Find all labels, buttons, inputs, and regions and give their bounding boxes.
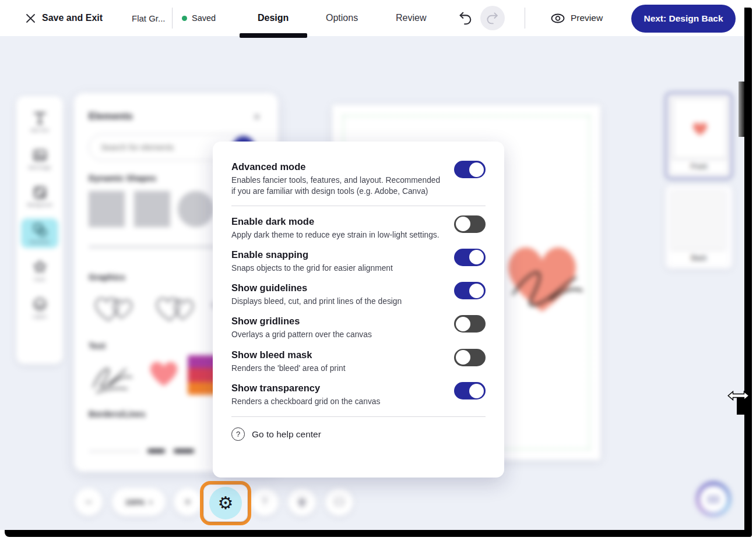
toggle-advanced-mode[interactable] <box>454 161 486 178</box>
left-toolbar: Add Text Add Image Background Elements I… <box>16 96 63 364</box>
setting-title: Enable dark mode <box>231 215 439 228</box>
sidebar-label: Icons <box>34 277 45 282</box>
saved-label: Saved <box>192 13 216 23</box>
thumbnail-heart-icon <box>691 121 709 137</box>
elements-panel-close-icon[interactable]: ✕ <box>253 112 261 122</box>
save-and-exit-button[interactable]: Save and Exit <box>42 0 103 36</box>
setting-description: Enables fancier tools, features, and lay… <box>231 175 441 197</box>
text-heart-graphic[interactable] <box>147 358 181 388</box>
setting-row-guidelines: Show guidelines Displays bleed, cut, and… <box>231 281 486 307</box>
toggle-snapping[interactable] <box>454 249 486 266</box>
setting-title: Show guidelines <box>231 281 402 294</box>
graphic-double-heart[interactable] <box>89 290 142 326</box>
sidebar-label: Add Image <box>29 165 51 170</box>
question-circle-icon: ? <box>231 427 245 441</box>
border-line-sample[interactable] <box>174 449 194 453</box>
sidebar-label: Elements <box>30 239 49 245</box>
color-dropper-button[interactable] <box>288 488 316 516</box>
settings-button[interactable]: ⚙ <box>204 485 247 521</box>
zoom-in-button[interactable]: + <box>174 488 202 516</box>
page-thumbnail-front[interactable]: Front <box>665 92 733 179</box>
text-script-graphic[interactable] <box>89 355 138 396</box>
preview-button[interactable]: Preview <box>550 0 603 36</box>
chat-widget-button[interactable] <box>695 481 732 517</box>
setting-description: Apply dark theme to reduce eye strain in… <box>231 229 439 241</box>
go-to-help-center-link[interactable]: ? Go to help center <box>231 427 486 441</box>
setting-title: Show transparency <box>231 381 380 394</box>
setting-title: Show gridlines <box>231 314 372 327</box>
settings-highlight-ring: ⚙ <box>200 481 251 525</box>
toggle-dark-mode[interactable] <box>454 215 486 233</box>
droplet-icon <box>296 496 308 508</box>
toggle-bleed-mask[interactable] <box>454 349 486 366</box>
settings-popover: Advanced mode Enables fancier tools, fea… <box>213 142 504 478</box>
layers-icon <box>32 296 48 312</box>
save-status: Saved <box>182 0 216 36</box>
header-divider <box>172 8 173 29</box>
popover-divider <box>231 416 486 417</box>
background-icon <box>32 185 48 200</box>
undo-button[interactable] <box>456 0 474 36</box>
setting-row-transparency: Show transparency Renders a checkboard g… <box>231 381 486 407</box>
zoom-level-value: 100% <box>125 498 145 507</box>
setting-description: Overlays a grid pattern over the canvas <box>231 329 372 340</box>
star-icon <box>32 259 48 275</box>
sidebar-label: Add Text <box>31 128 49 133</box>
header-divider-2 <box>525 8 525 29</box>
toggle-transparency[interactable] <box>454 382 486 399</box>
section-borders-lines: Borders/Lines <box>89 409 146 419</box>
sidebar-item-add-text[interactable]: Add Text <box>21 107 58 136</box>
shape-square[interactable] <box>89 191 125 227</box>
tab-design[interactable]: Design <box>258 0 289 36</box>
top-bar: Save and Exit Flat Gr... Saved Design Op… <box>0 0 756 36</box>
setting-row-dark-mode: Enable dark mode Apply dark theme to red… <box>231 215 486 241</box>
window-frame-bottom <box>5 530 752 537</box>
zoom-out-button[interactable]: − <box>75 488 103 516</box>
close-icon <box>26 13 36 23</box>
canvas-heart-design <box>495 224 589 332</box>
workspace: Add Text Add Image Background Elements I… <box>0 36 744 530</box>
chevron-down-icon: ▾ <box>149 499 152 505</box>
tab-review[interactable]: Review <box>396 0 426 36</box>
add-text-icon <box>32 110 48 126</box>
resize-cursor-icon <box>727 390 750 401</box>
active-tab-underline <box>240 33 307 38</box>
help-link-label: Go to help center <box>252 429 321 440</box>
section-text: Text <box>89 341 106 351</box>
settings-button-background: ⚙ <box>209 487 242 519</box>
shape-circle[interactable] <box>178 191 214 227</box>
toggle-gridlines[interactable] <box>454 315 486 333</box>
shape-square[interactable] <box>134 191 170 227</box>
close-button[interactable] <box>22 0 38 36</box>
sidebar-item-icons[interactable]: Icons <box>21 256 58 285</box>
elements-panel-title: Elements <box>89 111 133 122</box>
sidebar-item-layers[interactable]: Layers <box>21 293 58 323</box>
flip-canvas-button[interactable] <box>325 488 353 516</box>
sidebar-item-elements[interactable]: Elements <box>21 218 58 248</box>
tab-options[interactable]: Options <box>326 0 358 36</box>
undo-icon <box>458 10 473 26</box>
next-design-back-button[interactable]: Next: Design Back <box>631 5 736 33</box>
help-button[interactable]: ? <box>251 488 279 516</box>
border-line-sample[interactable] <box>89 451 140 452</box>
setting-row-advanced-mode: Advanced mode Enables fancier tools, fea… <box>231 160 486 197</box>
sidebar-item-add-image[interactable]: Add Image <box>21 144 58 174</box>
setting-row-gridlines: Show gridlines Overlays a grid pattern o… <box>231 314 486 340</box>
setting-description: Snaps objects to the grid for easier ali… <box>231 263 393 274</box>
thumbnail-label-front: Front <box>671 160 726 173</box>
thumbnail-preview <box>672 191 724 249</box>
page-thumbnail-back[interactable]: Back <box>665 185 733 269</box>
border-line-sample[interactable] <box>147 449 165 453</box>
redo-icon <box>486 11 500 25</box>
zoom-level-selector[interactable]: 100% ▾ <box>112 488 166 516</box>
toggle-guidelines[interactable] <box>454 282 486 299</box>
elements-search-input[interactable] <box>101 143 217 152</box>
thumbnail-preview <box>674 100 726 158</box>
redo-button[interactable] <box>480 6 505 30</box>
graphic-double-heart-2[interactable] <box>149 290 202 326</box>
sidebar-item-background[interactable]: Background <box>21 181 58 211</box>
scrollbar-thumb[interactable] <box>739 82 744 137</box>
gear-icon: ⚙ <box>218 494 234 512</box>
setting-title: Enable snapping <box>231 248 393 261</box>
chat-widget-ring <box>700 486 727 512</box>
